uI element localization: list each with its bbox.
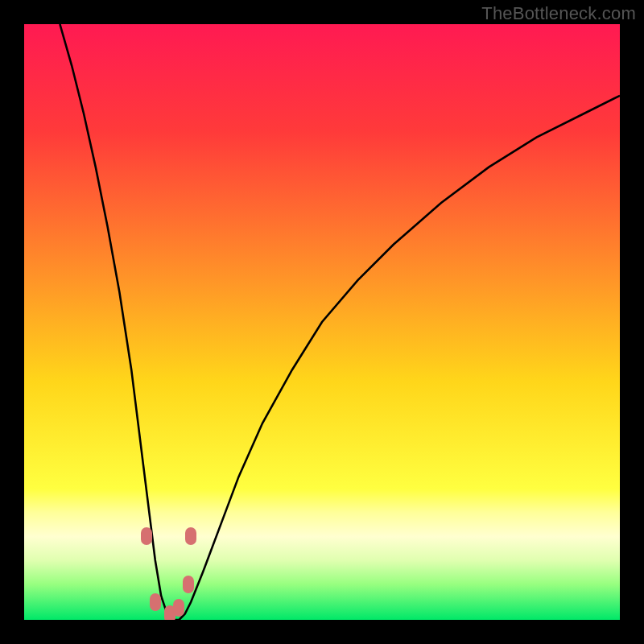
data-marker bbox=[141, 527, 152, 545]
data-marker bbox=[173, 599, 184, 617]
data-marker bbox=[185, 527, 196, 545]
curve-layer bbox=[24, 24, 620, 620]
data-marker bbox=[150, 593, 161, 611]
plot-area bbox=[24, 24, 620, 620]
chart-frame: TheBottleneck.com bbox=[0, 0, 644, 644]
data-marker bbox=[183, 576, 194, 593]
watermark-text: TheBottleneck.com bbox=[481, 3, 636, 24]
